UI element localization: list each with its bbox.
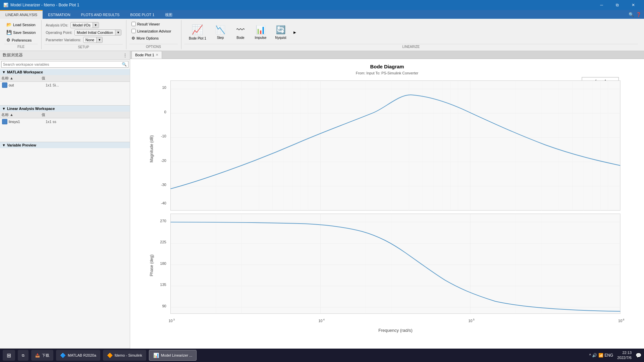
parameter-variations-selector[interactable]: None ▼ bbox=[83, 37, 103, 43]
linear-analysis-col-name[interactable]: 名称 ▲ bbox=[1, 112, 42, 117]
setup-grid: Analysis I/Os: Model I/Os ▼ Operating Po… bbox=[44, 21, 123, 44]
search-icon: 🔍 bbox=[122, 62, 127, 67]
variable-preview-chevron: ▼ bbox=[2, 143, 6, 147]
taskbar-matlab[interactable]: 🔷 MATLAB R2020a bbox=[56, 350, 100, 361]
start-button[interactable]: ⊞ bbox=[3, 350, 15, 361]
ribbon-content: 📂 Load Session 💾 Save Session ⚙ Preferen… bbox=[0, 19, 644, 51]
ribbon-tabs: LINEAR ANALYSIS ESTIMATION PLOTS AND RES… bbox=[0, 10, 644, 19]
more-options-button[interactable]: ⚙ More Options bbox=[129, 35, 161, 42]
linear-analysis-workspace-empty bbox=[0, 125, 130, 142]
titlebar-left: 📊 Model Linearizer - fdemo - Bode Plot 1 bbox=[3, 3, 79, 7]
preferences-icon: ⚙ bbox=[6, 38, 10, 43]
taskbar-linearizer[interactable]: 📊 Model Linearizer ... bbox=[149, 350, 197, 361]
svg-text:10: 10 bbox=[618, 319, 622, 323]
titlebar-controls: ─ ⧉ ✕ bbox=[594, 0, 641, 10]
save-session-icon: 💾 bbox=[6, 30, 12, 35]
taskbar-download[interactable]: 📥 下载 bbox=[31, 350, 53, 361]
impulse-icon: 📊 bbox=[256, 25, 266, 35]
tab-estimation[interactable]: ESTIMATION bbox=[43, 10, 75, 19]
step-button[interactable]: 📉 Step bbox=[211, 22, 230, 42]
task-view-button[interactable]: ⧉ bbox=[18, 350, 29, 361]
simulink-icon: 🔶 bbox=[107, 353, 113, 358]
linearization-advisor-button[interactable]: Linearization Advisor bbox=[129, 28, 174, 34]
svg-text:0: 0 bbox=[164, 110, 166, 114]
titlebar: 📊 Model Linearizer - fdemo - Bode Plot 1… bbox=[0, 0, 644, 10]
operating-point-selector[interactable]: Model Initial Condition ▼ bbox=[74, 29, 121, 36]
plot-title: Bode Diagram bbox=[370, 64, 404, 69]
svg-text:135: 135 bbox=[160, 283, 166, 287]
svg-text:-40: -40 bbox=[161, 201, 166, 205]
linearization-advisor-checkbox[interactable] bbox=[131, 29, 136, 33]
list-item[interactable]: out 1x1 Si... bbox=[0, 82, 130, 88]
sidebar: 数据浏览器 ⋮ 🔍 ▼ MATLAB Workspace 名称 ▲ 值 bbox=[0, 51, 130, 349]
matlab-workspace-col-value[interactable]: 值 bbox=[42, 76, 128, 81]
sidebar-header: 数据浏览器 ⋮ bbox=[0, 51, 130, 60]
search-input[interactable] bbox=[3, 62, 122, 66]
phase-axis-label: Phase (deg) bbox=[149, 254, 154, 276]
ribbon-section-setup: Analysis I/Os: Model I/Os ▼ Operating Po… bbox=[43, 20, 126, 49]
notification-icon[interactable]: 💬 bbox=[636, 353, 641, 358]
more-linearize-button[interactable]: ▶ bbox=[291, 22, 298, 42]
restore-button[interactable]: ⧉ bbox=[610, 0, 625, 10]
minimize-button[interactable]: ─ bbox=[594, 0, 609, 10]
linear-workspace-chevron: ▼ bbox=[2, 107, 6, 111]
matlab-workspace-header[interactable]: ▼ MATLAB Workspace bbox=[0, 69, 130, 75]
svg-text:10: 10 bbox=[168, 319, 172, 323]
download-icon: 📥 bbox=[35, 353, 40, 358]
help-icon[interactable]: ❓ bbox=[636, 12, 641, 17]
tab-plots-results[interactable]: PLOTS AND RESULTS bbox=[76, 10, 125, 19]
bode-plot-1-icon: 📈 bbox=[192, 24, 203, 35]
tab-bode-plot-1[interactable]: BODE PLOT 1 bbox=[125, 10, 160, 19]
linearizer-icon: 📊 bbox=[153, 353, 159, 358]
save-session-button[interactable]: 💾 Save Session bbox=[4, 29, 38, 36]
options-section-label: OPTIONS bbox=[129, 44, 178, 49]
svg-text:270: 270 bbox=[160, 219, 166, 223]
bode-plot-1-button[interactable]: 📈 Bode Plot 1 bbox=[185, 22, 210, 42]
svg-text:4: 4 bbox=[323, 318, 325, 321]
analysis-ios-selector[interactable]: Model I/Os ▼ bbox=[70, 22, 99, 28]
bode-button[interactable]: 〰 Bode bbox=[231, 22, 250, 42]
svg-text:90: 90 bbox=[162, 304, 166, 308]
svg-text:-30: -30 bbox=[161, 183, 166, 187]
frequency-axis-label: Frequency (rad/s) bbox=[378, 328, 413, 333]
sidebar-menu-icon[interactable]: ⋮ bbox=[123, 53, 127, 58]
list-item[interactable]: linsys1 1x1 ss bbox=[0, 118, 130, 125]
ribbon-section-file: 📂 Load Session 💾 Save Session ⚙ Preferen… bbox=[3, 20, 42, 49]
more-linearize-icon: ▶ bbox=[293, 31, 296, 34]
taskbar: ⊞ ⧉ 📥 下载 🔷 MATLAB R2020a 🔶 fdemo - Simul… bbox=[0, 349, 644, 362]
tab-bar: Bode Plot 1 ✕ bbox=[130, 51, 644, 59]
task-view-icon: ⧉ bbox=[22, 353, 24, 358]
variable-preview-header[interactable]: ▼ Variable Preview bbox=[0, 142, 130, 148]
parameter-variations-row: Parameter Variations: None ▼ bbox=[46, 37, 121, 43]
operating-point-row: Operating Point: Model Initial Condition… bbox=[46, 29, 121, 36]
bode-plot-tab[interactable]: Bode Plot 1 ✕ bbox=[131, 51, 162, 59]
close-button[interactable]: ✕ bbox=[626, 0, 641, 10]
nyquist-icon: 🔄 bbox=[276, 25, 286, 35]
impulse-button[interactable]: 📊 Impulse bbox=[251, 22, 270, 42]
tab-close-button[interactable]: ✕ bbox=[156, 53, 158, 57]
svg-text:225: 225 bbox=[160, 240, 166, 244]
matlab-workspace-col-name[interactable]: 名称 ▲ bbox=[1, 76, 42, 81]
content-area: Bode Plot 1 ✕ Bode Diagram From: Input T… bbox=[130, 51, 644, 349]
tab-view[interactable]: 视图 bbox=[160, 10, 178, 19]
app-title: Model Linearizer - fdemo - Bode Plot 1 bbox=[10, 3, 79, 7]
load-session-button[interactable]: 📂 Load Session bbox=[4, 21, 38, 28]
preferences-button[interactable]: ⚙ Preferences bbox=[4, 37, 38, 44]
taskbar-simulink[interactable]: 🔶 fdemo - Simulink bbox=[103, 350, 146, 361]
linear-analysis-workspace-section: ▼ Linear Analysis Workspace 名称 ▲ 值 linsy… bbox=[0, 106, 130, 142]
options-items: Result Viewer Linearization Advisor ⚙ Mo… bbox=[129, 21, 174, 44]
variable-preview-content bbox=[0, 148, 130, 215]
linear-analysis-workspace-header[interactable]: ▼ Linear Analysis Workspace bbox=[0, 106, 130, 112]
result-viewer-checkbox[interactable] bbox=[131, 22, 136, 26]
tab-linear-analysis[interactable]: LINEAR ANALYSIS bbox=[0, 10, 43, 19]
nyquist-button[interactable]: 🔄 Nyquist bbox=[271, 22, 290, 42]
start-icon: ⊞ bbox=[7, 352, 11, 359]
matlab-icon: 🔷 bbox=[60, 353, 66, 358]
svg-text:180: 180 bbox=[160, 261, 166, 265]
result-viewer-button[interactable]: Result Viewer bbox=[129, 21, 162, 27]
linear-analysis-col-value[interactable]: 值 bbox=[42, 112, 128, 117]
svg-rect-46 bbox=[170, 214, 620, 314]
setup-section-label: SETUP bbox=[44, 44, 123, 49]
linearize-buttons: 📈 Bode Plot 1 📉 Step 〰 Bode 📊 Impulse 🔄 bbox=[184, 21, 300, 44]
search-box: 🔍 bbox=[1, 61, 128, 68]
